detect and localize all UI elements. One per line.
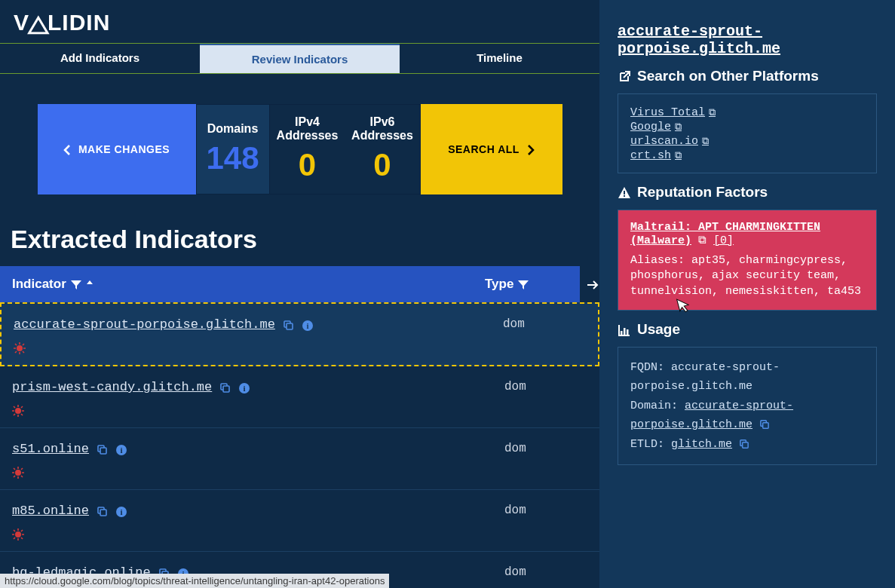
- usage-fqdn-label: FQDN:: [630, 361, 664, 374]
- info-icon[interactable]: i: [115, 442, 127, 455]
- platform-link-urlscan[interactable]: urlscan.io⧉: [630, 135, 709, 148]
- external-link-icon: [618, 68, 631, 84]
- domains-label: Domains: [207, 122, 259, 136]
- svg-rect-6: [223, 386, 229, 392]
- svg-text:i: i: [244, 384, 246, 393]
- external-link-icon: ⧉: [698, 234, 706, 247]
- svg-text:i: i: [121, 446, 123, 455]
- indicator-table-header: Indicator Type: [0, 266, 580, 302]
- copy-icon[interactable]: [759, 418, 770, 431]
- external-link-icon: ⧉: [675, 121, 682, 133]
- info-icon[interactable]: i: [302, 317, 314, 331]
- indicator-link[interactable]: m85.online: [12, 504, 89, 518]
- ipv6-count: 0: [373, 147, 391, 183]
- usage-header: Usage: [618, 321, 877, 338]
- indicator-link[interactable]: accurate-sprout-porpoise.glitch.me: [14, 317, 275, 332]
- reputation-label: Reputation Factors: [637, 184, 768, 201]
- usage-etld-link[interactable]: glitch.me: [671, 438, 732, 451]
- info-icon[interactable]: i: [238, 380, 250, 394]
- indicator-link[interactable]: s51.online: [12, 442, 89, 456]
- ipv4-count: 0: [299, 147, 316, 183]
- next-page-arrow[interactable]: [586, 276, 599, 293]
- table-row[interactable]: s51.online i dom: [0, 428, 599, 490]
- tab-review-indicators[interactable]: Review Indicators: [200, 44, 400, 73]
- stat-domains: Domains 148: [196, 104, 270, 194]
- usage-etld-label: ETLD:: [630, 438, 664, 451]
- indicator-type: dom: [504, 504, 587, 541]
- external-link-icon: ⧉: [709, 107, 716, 118]
- col-indicator-label: Indicator: [12, 277, 66, 292]
- external-link-icon: ⧉: [702, 136, 709, 147]
- table-row[interactable]: m85.online i dom: [0, 490, 599, 552]
- platform-link-crtsh[interactable]: crt.sh⧉: [630, 149, 682, 162]
- app-logo: V△LIDIN: [0, 0, 599, 43]
- col-type[interactable]: Type: [485, 277, 568, 292]
- make-changes-button[interactable]: MAKE CHANGES: [38, 104, 196, 194]
- status-bar-url: https://cloud.google.com/blog/topics/thr…: [0, 574, 389, 588]
- svg-rect-16: [100, 510, 106, 516]
- indicator-rows: accurate-sprout-porpoise.glitch.me i dom…: [0, 302, 599, 588]
- svg-point-4: [17, 345, 23, 351]
- ipv6-label: IPv6 Addresses: [351, 115, 413, 142]
- copy-icon[interactable]: [283, 318, 294, 332]
- indicator-type: dom: [504, 442, 587, 479]
- indicator-type: dom: [503, 317, 586, 354]
- svg-point-19: [15, 531, 21, 537]
- malware-icon: [12, 465, 504, 479]
- svg-rect-26: [621, 331, 623, 335]
- malware-icon: [14, 341, 503, 354]
- filter-icon: [518, 277, 529, 292]
- table-row[interactable]: prism-west-candy.glitch.me i dom: [0, 366, 599, 428]
- svg-rect-24: [624, 191, 625, 194]
- search-all-button[interactable]: SEARCH ALL: [421, 104, 562, 194]
- copy-icon[interactable]: [219, 381, 231, 394]
- selected-indicator-title[interactable]: accurate-sprout-porpoise.glitch.me: [618, 23, 877, 57]
- stat-ipv6: IPv6 Addresses 0: [345, 104, 421, 194]
- svg-rect-11: [100, 448, 106, 454]
- chevron-right-icon: [527, 143, 535, 155]
- reputation-count[interactable]: [0]: [713, 234, 734, 247]
- svg-rect-27: [624, 328, 626, 335]
- indicator-type: dom: [504, 565, 587, 580]
- indicator-link[interactable]: prism-west-candy.glitch.me: [12, 380, 212, 394]
- platforms-box: Virus Total⧉ Google⧉ urlscan.io⧉ crt.sh⧉: [618, 93, 877, 173]
- svg-rect-25: [624, 195, 625, 197]
- info-icon[interactable]: i: [115, 504, 127, 517]
- ipv4-label: IPv4 Addresses: [277, 115, 339, 142]
- svg-rect-30: [763, 423, 768, 428]
- extracted-indicators-title: Extracted Indicators: [0, 217, 599, 266]
- copy-icon[interactable]: [97, 443, 108, 456]
- tab-add-indicators[interactable]: Add Indicators: [0, 44, 200, 73]
- col-type-label: Type: [485, 277, 513, 292]
- svg-point-14: [15, 470, 21, 476]
- make-changes-label: MAKE CHANGES: [78, 143, 170, 155]
- tab-timeline[interactable]: Timeline: [400, 44, 599, 73]
- svg-text:i: i: [121, 507, 123, 516]
- search-other-label: Search on Other Platforms: [637, 68, 819, 84]
- platform-link-virustotal[interactable]: Virus Total⧉: [630, 106, 716, 119]
- table-row[interactable]: accurate-sprout-porpoise.glitch.me i dom: [0, 302, 599, 366]
- copy-icon[interactable]: [97, 504, 108, 518]
- indicator-type: dom: [504, 380, 587, 417]
- svg-rect-28: [627, 329, 629, 335]
- reputation-header: Reputation Factors: [618, 184, 877, 201]
- svg-rect-1: [287, 323, 293, 329]
- search-all-label: SEARCH ALL: [448, 143, 520, 155]
- malware-icon: [12, 403, 504, 417]
- external-link-icon: ⧉: [675, 150, 682, 161]
- platform-link-google[interactable]: Google⧉: [630, 121, 682, 133]
- copy-icon[interactable]: [739, 438, 749, 451]
- usage-domain-label: Domain:: [630, 400, 678, 412]
- col-indicator[interactable]: Indicator: [12, 277, 485, 292]
- svg-text:i: i: [306, 321, 308, 330]
- reputation-box: Maltrail: APT CHARMINGKITTEN (Malware) ⧉…: [618, 210, 877, 311]
- reputation-aliases: Aliases: apt35, charmingcypress, phospho…: [630, 253, 864, 299]
- filter-icon: [71, 277, 81, 292]
- chart-icon: [618, 321, 631, 338]
- main-tabs: Add Indicators Review Indicators Timelin…: [0, 43, 599, 74]
- stat-ipv4: IPv4 Addresses 0: [270, 104, 345, 194]
- search-other-header: Search on Other Platforms: [618, 68, 877, 84]
- chevron-left-icon: [63, 143, 71, 155]
- svg-rect-32: [743, 442, 748, 447]
- sort-icon: [86, 277, 93, 292]
